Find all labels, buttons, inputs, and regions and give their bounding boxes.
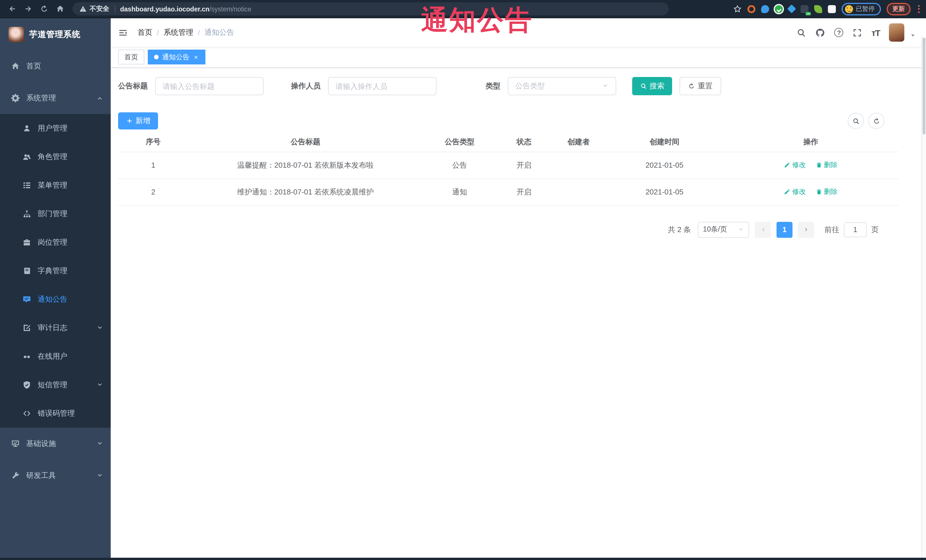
- chevron-down-icon: [97, 382, 103, 388]
- browser-home-icon[interactable]: [56, 5, 65, 13]
- refresh-table-button[interactable]: [869, 113, 884, 129]
- sidebar-item-label: 角色管理: [38, 152, 67, 162]
- profile-paused-chip[interactable]: 已暂停: [841, 3, 881, 15]
- add-button[interactable]: 新增: [118, 112, 158, 130]
- browser-update-button[interactable]: 更新: [887, 3, 911, 15]
- forward-icon[interactable]: [24, 5, 33, 13]
- extension-switch-on-icon[interactable]: [800, 5, 808, 13]
- font-size-icon[interactable]: тT: [872, 28, 880, 37]
- chevron-down-icon: [602, 83, 609, 89]
- sidebar-item-label: 菜单管理: [38, 180, 67, 190]
- sidebar-item-home[interactable]: 首页: [0, 50, 111, 82]
- show-search-toggle-button[interactable]: [848, 113, 864, 129]
- tab-home[interactable]: 首页: [118, 50, 144, 65]
- notice-title-input[interactable]: [163, 82, 256, 91]
- reset-button[interactable]: 重置: [679, 77, 721, 95]
- col-header-type: 公告类型: [422, 132, 497, 152]
- reset-button-label: 重置: [698, 81, 713, 91]
- extension-diamond-icon[interactable]: [787, 4, 796, 13]
- breadcrumb-current: 通知公告: [204, 27, 234, 38]
- sidebar-item-posts[interactable]: 岗位管理: [0, 228, 111, 257]
- github-icon[interactable]: [816, 28, 825, 37]
- back-icon[interactable]: [8, 5, 17, 13]
- sidebar-item-system[interactable]: 系统管理: [0, 82, 111, 114]
- edit-link-label: 修改: [792, 160, 806, 170]
- cell-status: 开启: [497, 178, 551, 205]
- active-tab-dot: [154, 55, 159, 59]
- breadcrumb-home[interactable]: 首页: [138, 27, 152, 38]
- app-logo-row[interactable]: 芋道管理系统: [0, 18, 111, 50]
- sidebar-item-infrastructure[interactable]: 基础设施: [0, 428, 111, 460]
- user-avatar[interactable]: [889, 23, 904, 42]
- prev-page-button[interactable]: [755, 222, 771, 237]
- goto-page-group: 前往 页: [825, 222, 879, 237]
- sidebar-item-audit-log[interactable]: 审计日志: [0, 314, 111, 342]
- col-header-no: 序号: [118, 132, 188, 152]
- breadcrumb-system[interactable]: 系统管理: [163, 27, 193, 38]
- sidebar-item-departments[interactable]: 部门管理: [0, 199, 111, 228]
- sidebar-item-label: 错误码管理: [38, 408, 75, 418]
- reload-icon[interactable]: [40, 5, 48, 13]
- cell-creator: [551, 178, 606, 205]
- cell-type: 公告: [422, 152, 497, 178]
- tab-label: 首页: [124, 52, 138, 62]
- emoji-avatar-icon: [845, 5, 853, 13]
- sidebar-item-label: 岗位管理: [38, 237, 67, 248]
- scrollbar-thumb[interactable]: [923, 38, 925, 134]
- not-secure-label: 不安全: [89, 5, 109, 13]
- sidebar-item-sms[interactable]: 短信管理: [0, 371, 111, 399]
- org-tree-icon: [22, 209, 31, 219]
- breadcrumb: 首页 / 系统管理 / 通知公告: [138, 27, 234, 38]
- page-number-button[interactable]: 1: [776, 222, 793, 237]
- notice-table: 序号 公告标题 公告类型 状态 创建者 创建时间 操作 1 温馨提醒：2018-: [118, 132, 899, 205]
- sidebar-item-label: 审计日志: [38, 323, 67, 333]
- extension-drop-icon[interactable]: [761, 5, 769, 13]
- operator-field: [328, 77, 436, 95]
- sidebar-item-error-codes[interactable]: 错误码管理: [0, 399, 111, 428]
- tab-notice[interactable]: 通知公告: [148, 50, 206, 65]
- edit-link[interactable]: 修改: [784, 160, 806, 170]
- search-icon[interactable]: [797, 28, 806, 37]
- close-tab-icon[interactable]: [193, 54, 199, 60]
- extension-leaf-icon[interactable]: [814, 5, 822, 13]
- fullscreen-icon[interactable]: [853, 28, 862, 37]
- help-icon[interactable]: ?: [834, 28, 844, 37]
- sidebar-item-devtools[interactable]: 研发工具: [0, 460, 111, 492]
- sidebar-collapse-icon[interactable]: [118, 28, 128, 37]
- pagination: 共 2 条 10条/页 1 前往 页: [118, 222, 879, 237]
- browser-menu-icon[interactable]: [916, 5, 921, 13]
- sidebar-item-roles[interactable]: 角色管理: [0, 143, 111, 171]
- delete-link[interactable]: 删除: [816, 187, 838, 197]
- sidebar-item-menus[interactable]: 菜单管理: [0, 171, 111, 199]
- extension-puzzle-icon[interactable]: [828, 5, 836, 13]
- operator-input[interactable]: [336, 82, 429, 91]
- sidebar-item-online-users[interactable]: 在线用户: [0, 342, 111, 371]
- col-header-creator: 创建者: [551, 132, 606, 152]
- sidebar-item-dict[interactable]: 字典管理: [0, 257, 111, 285]
- gear-icon: [11, 94, 20, 103]
- next-page-button[interactable]: [798, 222, 814, 237]
- table-row: 1 温馨提醒：2018-07-01 若依新版本发布啦 公告 开启 2021-01…: [118, 152, 899, 178]
- delete-link[interactable]: 删除: [816, 160, 838, 170]
- sidebar-item-notice[interactable]: 通知公告: [0, 285, 111, 314]
- caret-down-icon[interactable]: [910, 33, 916, 38]
- goto-page-input[interactable]: [844, 222, 867, 237]
- bookmark-star-icon[interactable]: [733, 5, 742, 13]
- chevron-down-icon: [97, 472, 103, 479]
- pencil-icon: [784, 189, 790, 195]
- address-bar[interactable]: 不安全 dashboard.yudao.iocoder.cn /system/n…: [73, 2, 669, 15]
- scrollbar[interactable]: [921, 36, 926, 558]
- type-select[interactable]: 公告类型: [508, 77, 616, 95]
- sidebar-item-users[interactable]: 用户管理: [0, 114, 111, 143]
- search-icon: [640, 83, 647, 89]
- cell-creator: [551, 152, 606, 178]
- page-size-select[interactable]: 10条/页: [698, 222, 749, 237]
- goto-label: 前往: [825, 224, 839, 235]
- edit-link-label: 修改: [792, 187, 806, 197]
- search-button[interactable]: 搜索: [632, 77, 672, 95]
- edit-link[interactable]: 修改: [784, 187, 806, 197]
- extension-green-check-icon[interactable]: [775, 5, 783, 13]
- cell-type: 通知: [422, 178, 497, 205]
- chevron-right-icon: [803, 226, 809, 232]
- extension-orange-icon[interactable]: [747, 5, 755, 13]
